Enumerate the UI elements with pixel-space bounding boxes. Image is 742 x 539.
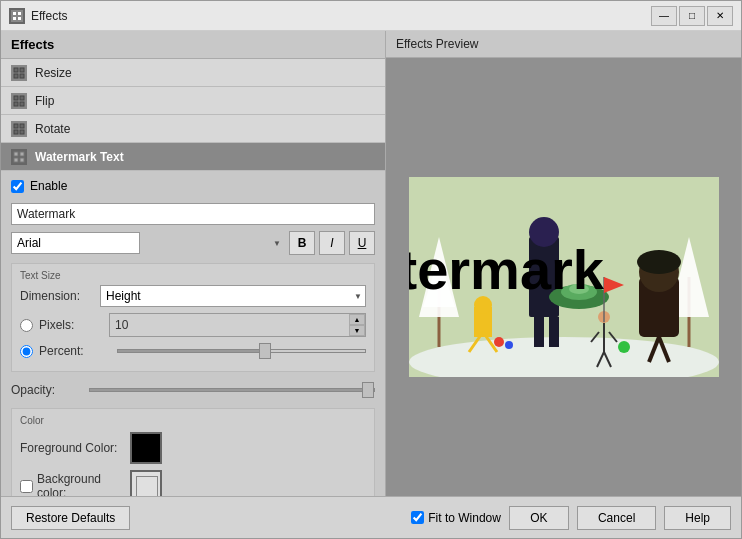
pixels-row: Pixels: ▲ ▼ (20, 313, 366, 337)
resize-icon (11, 65, 27, 81)
preview-area: termark (386, 58, 741, 496)
background-color-swatch[interactable] (130, 470, 162, 496)
svg-point-37 (474, 296, 492, 314)
dimension-label: Dimension: (20, 289, 100, 303)
ok-button[interactable]: OK (509, 506, 569, 530)
svg-rect-31 (534, 317, 544, 347)
background-color-row: Background color: (20, 470, 366, 496)
section-resize[interactable]: Resize (1, 59, 385, 87)
enable-row: Enable (11, 179, 375, 193)
left-panel: Effects Resize (1, 31, 386, 496)
window-controls: — □ ✕ (651, 6, 733, 26)
pixels-down-button[interactable]: ▼ (349, 325, 365, 336)
percent-row: Percent: (20, 341, 366, 361)
svg-rect-32 (549, 317, 559, 347)
flip-icon (11, 93, 27, 109)
svg-rect-8 (14, 74, 18, 78)
watermark-icon (11, 149, 27, 165)
svg-rect-11 (20, 96, 24, 100)
cancel-button[interactable]: Cancel (577, 506, 656, 530)
fit-window-label[interactable]: Fit to Window (428, 511, 501, 525)
svg-rect-17 (20, 130, 24, 134)
enable-checkbox[interactable] (11, 180, 24, 193)
opacity-slider-wrap (89, 380, 375, 400)
bold-button[interactable]: B (289, 231, 315, 255)
dimension-select-wrap: Height Width (100, 285, 366, 307)
svg-rect-4 (18, 17, 21, 20)
watermark-label: Watermark Text (35, 150, 124, 164)
svg-rect-18 (14, 152, 18, 156)
close-button[interactable]: ✕ (707, 6, 733, 26)
section-watermark[interactable]: Watermark Text (1, 143, 385, 171)
opacity-slider[interactable] (89, 388, 375, 392)
svg-point-30 (529, 217, 559, 247)
font-select-wrap: Arial Times New Roman Courier New Verdan… (11, 232, 285, 254)
panel-header: Effects (1, 31, 385, 59)
svg-rect-20 (14, 158, 18, 162)
rotate-icon (11, 121, 27, 137)
svg-rect-13 (20, 102, 24, 106)
svg-point-55 (618, 341, 630, 353)
svg-rect-29 (529, 237, 559, 317)
pixels-label[interactable]: Pixels: (39, 318, 109, 332)
restore-defaults-button[interactable]: Restore Defaults (11, 506, 130, 530)
percent-slider[interactable] (117, 349, 366, 353)
window-title: Effects (31, 9, 651, 23)
svg-rect-6 (14, 68, 18, 72)
svg-rect-12 (14, 102, 18, 106)
enable-label[interactable]: Enable (30, 179, 67, 193)
preview-header: Effects Preview (386, 31, 741, 58)
underline-button[interactable]: U (349, 231, 375, 255)
svg-rect-14 (14, 124, 18, 128)
percent-label[interactable]: Percent: (39, 344, 109, 358)
rotate-label: Rotate (35, 122, 70, 136)
italic-button[interactable]: I (319, 231, 345, 255)
watermark-settings: Enable Arial Times New Roman Courier New… (1, 171, 385, 496)
window-icon (9, 8, 25, 24)
pixels-input[interactable] (110, 314, 349, 336)
font-select[interactable]: Arial Times New Roman Courier New Verdan… (11, 232, 140, 254)
svg-rect-15 (20, 124, 24, 128)
background-color-checkbox[interactable] (20, 480, 33, 493)
color-group-label: Color (20, 415, 366, 426)
resize-label: Resize (35, 66, 72, 80)
effects-scroll-area[interactable]: Resize Flip (1, 59, 385, 496)
pixels-spin-buttons: ▲ ▼ (349, 314, 365, 336)
svg-rect-16 (14, 130, 18, 134)
preview-scene: termark (409, 177, 719, 377)
background-color-label[interactable]: Background color: (37, 472, 130, 496)
fit-window-row: Fit to Window (411, 511, 501, 525)
dimension-row: Dimension: Height Width (20, 285, 366, 307)
section-flip[interactable]: Flip (1, 87, 385, 115)
svg-rect-2 (18, 12, 21, 15)
text-size-group-label: Text Size (20, 270, 366, 281)
svg-rect-19 (20, 152, 24, 156)
opacity-row: Opacity: (11, 380, 375, 400)
svg-point-42 (637, 250, 681, 274)
minimize-button[interactable]: — (651, 6, 677, 26)
help-button[interactable]: Help (664, 506, 731, 530)
svg-rect-9 (20, 74, 24, 78)
title-bar: Effects — □ ✕ (1, 1, 741, 31)
maximize-button[interactable]: □ (679, 6, 705, 26)
bottom-bar: Restore Defaults Fit to Window OK Cancel… (1, 496, 741, 538)
dimension-select[interactable]: Height Width (100, 285, 366, 307)
svg-point-35 (569, 284, 589, 294)
svg-rect-3 (13, 17, 16, 20)
svg-rect-10 (14, 96, 18, 100)
svg-point-54 (505, 341, 513, 349)
scene-svg (409, 177, 719, 377)
svg-rect-7 (20, 68, 24, 72)
pixels-spin-wrap: ▲ ▼ (109, 313, 366, 337)
foreground-color-swatch[interactable] (130, 432, 162, 464)
svg-rect-1 (13, 12, 16, 15)
color-group: Color Foreground Color: Background color… (11, 408, 375, 496)
percent-radio[interactable] (20, 345, 33, 358)
watermark-text-input[interactable] (11, 203, 375, 225)
section-rotate[interactable]: Rotate (1, 115, 385, 143)
pixels-up-button[interactable]: ▲ (349, 314, 365, 325)
fit-window-checkbox[interactable] (411, 511, 424, 524)
pixels-radio[interactable] (20, 319, 33, 332)
svg-point-53 (494, 337, 504, 347)
svg-rect-0 (11, 10, 23, 22)
